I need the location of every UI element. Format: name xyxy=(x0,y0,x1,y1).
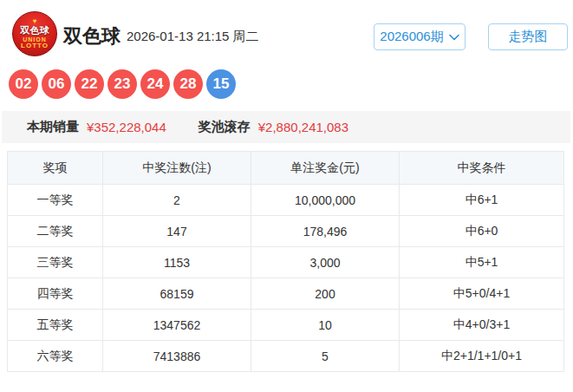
prize-row: 四等奖 68159 200 中5+0/4+1 xyxy=(8,278,564,310)
lottery-ball: 28 xyxy=(173,69,203,99)
win-condition-cell: 中4+0/3+1 xyxy=(400,310,564,341)
win-condition-cell: 中5+1 xyxy=(400,247,564,278)
header-bar: ♥ 双色球 UNION LOTTO 双色球 2026-01-13 21:15 周… xyxy=(0,0,573,66)
column-header: 单注奖金(元) xyxy=(251,152,400,185)
logo-text-lotto: LOTTO xyxy=(21,42,49,49)
prize-tier-cell: 四等奖 xyxy=(8,278,103,310)
winner-count-cell: 1153 xyxy=(103,247,251,278)
prize-tier-cell: 二等奖 xyxy=(8,216,103,247)
winner-count-cell: 1347562 xyxy=(103,310,251,341)
prize-amount-cell: 5 xyxy=(251,341,400,372)
heart-icon: ♥ xyxy=(33,18,37,25)
issue-select-dropdown[interactable]: 2026006期 xyxy=(374,23,466,50)
win-condition-cell: 中2+1/1+1/0+1 xyxy=(400,341,564,372)
prize-amount-cell: 200 xyxy=(251,278,400,310)
prize-row: 一等奖 2 10,000,000 中6+1 xyxy=(8,185,564,216)
prize-tier-cell: 三等奖 xyxy=(8,247,103,278)
lottery-ball: 24 xyxy=(140,69,170,99)
prize-row: 五等奖 1347562 10 中4+0/3+1 xyxy=(8,310,564,341)
chevron-down-icon xyxy=(449,34,459,41)
prize-amount-cell: 10,000,000 xyxy=(251,185,400,216)
trend-chart-button[interactable]: 走势图 xyxy=(488,23,568,50)
prize-tier-cell: 五等奖 xyxy=(8,310,103,341)
lottery-ball: 02 xyxy=(9,69,38,99)
prize-row: 六等奖 7413886 5 中2+1/1+1/0+1 xyxy=(8,341,564,372)
sales-value: ¥352,228,044 xyxy=(87,120,166,134)
prize-amount-cell: 10 xyxy=(251,310,400,341)
logo-text-cn: 双色球 xyxy=(21,26,49,36)
prize-table: 奖项 中奖注数(注) 单注奖金(元) 中奖条件 一等奖 2 10,000,000… xyxy=(7,151,564,372)
win-condition-cell: 中6+0 xyxy=(400,216,564,247)
win-condition-cell: 中5+0/4+1 xyxy=(400,278,564,310)
prize-amount-cell: 178,496 xyxy=(251,216,400,247)
issue-select-label: 2026006期 xyxy=(380,29,443,45)
winner-count-cell: 7413886 xyxy=(103,341,251,372)
union-lotto-logo: ♥ 双色球 UNION LOTTO xyxy=(12,11,57,56)
win-condition-cell: 中6+1 xyxy=(400,185,564,216)
pool-label: 奖池滚存 xyxy=(199,119,251,135)
stats-bar: 本期销量 ¥352,228,044 奖池滚存 ¥2,880,241,083 xyxy=(2,111,570,143)
prize-tier-cell: 一等奖 xyxy=(8,185,103,216)
column-header: 中奖条件 xyxy=(400,152,564,185)
winner-count-cell: 147 xyxy=(103,216,251,247)
page-title: 双色球 xyxy=(63,23,120,49)
winning-numbers: 02 06 22 23 24 28 15 xyxy=(9,69,236,99)
prize-row: 三等奖 1153 3,000 中5+1 xyxy=(8,247,564,278)
prize-amount-cell: 3,000 xyxy=(251,247,400,278)
column-header: 奖项 xyxy=(8,152,103,185)
winner-count-cell: 68159 xyxy=(103,278,251,310)
lottery-ball: 22 xyxy=(75,69,104,99)
prize-row: 二等奖 147 178,496 中6+0 xyxy=(8,216,564,247)
column-header: 中奖注数(注) xyxy=(103,152,251,185)
pool-value: ¥2,880,241,083 xyxy=(258,120,348,134)
draw-datetime: 2026-01-13 21:15 周二 xyxy=(127,29,259,45)
sales-label: 本期销量 xyxy=(27,119,79,135)
winner-count-cell: 2 xyxy=(103,185,251,216)
prize-table-header-row: 奖项 中奖注数(注) 单注奖金(元) 中奖条件 xyxy=(8,152,564,185)
lottery-ball: 06 xyxy=(42,69,71,99)
lottery-ball: 15 xyxy=(206,69,236,99)
lottery-ball: 23 xyxy=(107,69,137,99)
prize-tier-cell: 六等奖 xyxy=(8,341,103,372)
